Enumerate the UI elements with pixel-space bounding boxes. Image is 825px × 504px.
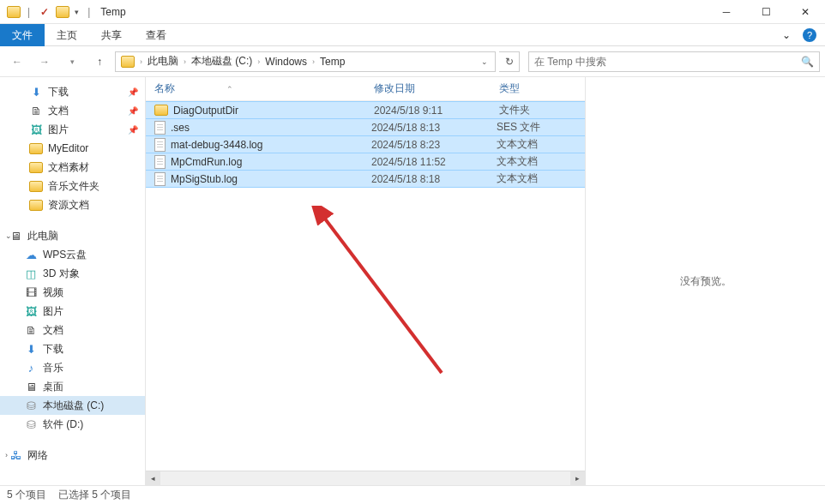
vid-icon: 🎞 — [24, 285, 38, 299]
sidebar-item[interactable]: ♪音乐 — [0, 358, 145, 377]
sidebar-item-label: 桌面 — [43, 380, 63, 394]
qat-folder-icon[interactable] — [56, 6, 69, 18]
doc-icon: 🗎 — [29, 104, 43, 117]
ribbon-collapse-icon[interactable]: ⌄ — [775, 29, 798, 41]
file-type: 文件夹 — [499, 103, 585, 117]
nav-thispc-header[interactable]: ⌄ 🖥 此电脑 — [0, 226, 145, 245]
maximize-button[interactable]: ☐ — [746, 0, 786, 24]
back-button[interactable]: ← — [5, 50, 29, 74]
sidebar-item[interactable]: ⛁软件 (D:) — [0, 415, 145, 434]
pin-icon: 📌 — [128, 125, 138, 135]
file-list[interactable]: DiagOutputDir2024/5/18 9:11文件夹.ses2024/5… — [146, 101, 585, 471]
sidebar-item[interactable]: ◫3D 对象 — [0, 264, 145, 283]
expand-icon[interactable]: ⌄ — [5, 231, 12, 240]
help-icon[interactable]: ? — [803, 28, 816, 42]
sidebar-item[interactable]: 🎞视频 — [0, 283, 145, 302]
address-dropdown-icon[interactable]: ⌄ — [476, 57, 493, 66]
sidebar-item-label: 文档 — [43, 323, 63, 338]
pin-icon: 📌 — [128, 87, 138, 97]
sidebar-item-label: 音乐 — [43, 361, 63, 375]
sidebar-item-label: 图片 — [48, 123, 69, 137]
dl-icon: ⬇ — [24, 342, 38, 356]
sidebar-item[interactable]: 🗎文档 — [0, 321, 145, 339]
file-icon — [154, 121, 166, 135]
close-button[interactable]: ✕ — [786, 0, 825, 24]
sidebar-item[interactable]: 🗎文档📌 — [0, 101, 145, 120]
file-row[interactable]: .ses2024/5/18 8:13SES 文件 — [146, 118, 585, 136]
nav-network-header[interactable]: › 🖧 网络 — [0, 446, 145, 465]
pc-icon: 🖥 — [24, 380, 38, 393]
scroll-right-icon[interactable]: ▸ — [570, 471, 585, 486]
status-bar: 5 个项目 已选择 5 个项目 — [0, 485, 825, 504]
file-date: 2024/5/18 8:13 — [371, 122, 497, 134]
up-button[interactable]: ↑ — [87, 50, 111, 74]
tab-file[interactable]: 文件 — [0, 24, 45, 46]
chevron-right-icon[interactable]: › — [310, 57, 316, 66]
sidebar-item[interactable]: 文档素材 — [0, 158, 145, 177]
sidebar-item-label: 3D 对象 — [43, 267, 80, 281]
expand-icon[interactable]: › — [5, 451, 8, 459]
chevron-right-icon[interactable]: › — [256, 57, 262, 66]
file-type: SES 文件 — [497, 120, 582, 135]
sidebar-item[interactable]: ⬇下载📌 — [0, 82, 145, 101]
file-row[interactable]: mat-debug-3448.log2024/5/18 8:23文本文档 — [146, 135, 585, 153]
nav-label: 网络 — [27, 448, 48, 463]
file-pane: 名称 ⌃ 修改日期 类型 DiagOutputDir2024/5/18 9:11… — [146, 77, 585, 485]
column-date[interactable]: 修改日期 — [374, 81, 499, 96]
cloud-icon: ☁ — [24, 248, 38, 261]
sidebar-item[interactable]: 🖥桌面 — [0, 377, 145, 396]
pic-icon: 🖼 — [24, 304, 38, 318]
search-icon[interactable]: 🔍 — [801, 56, 814, 68]
crumb-drive-c[interactable]: 本地磁盘 (C:) — [188, 52, 256, 71]
column-name[interactable]: 名称 ⌃ — [154, 81, 374, 96]
sidebar-item[interactable]: 资源文档 — [0, 195, 145, 214]
sidebar-item-label: 软件 (D:) — [43, 417, 83, 432]
fold-icon — [29, 143, 43, 154]
file-row[interactable]: DiagOutputDir2024/5/18 9:11文件夹 — [146, 101, 585, 119]
qat-check-icon[interactable]: ✓ — [40, 6, 49, 18]
sidebar-item[interactable]: 🖼图片📌 — [0, 120, 145, 139]
column-headers: 名称 ⌃ 修改日期 类型 — [146, 77, 585, 101]
pin-icon: 📌 — [128, 106, 138, 116]
file-row[interactable]: MpSigStub.log2024/5/18 8:18文本文档 — [146, 170, 585, 188]
column-type[interactable]: 类型 — [499, 81, 585, 96]
window-title: Temp — [93, 6, 125, 18]
file-date: 2024/5/18 8:23 — [371, 139, 497, 151]
tab-share[interactable]: 共享 — [89, 24, 134, 46]
title-bar: | ✓ ▾ | Temp ─ ☐ ✕ — [0, 0, 825, 24]
horizontal-scrollbar[interactable]: ◂ ▸ — [146, 471, 585, 485]
doc-icon: 🗎 — [24, 323, 38, 337]
file-type: 文本文档 — [497, 137, 582, 152]
sidebar-item[interactable]: 音乐文件夹 — [0, 177, 145, 195]
chevron-right-icon[interactable]: › — [182, 57, 188, 66]
scroll-left-icon[interactable]: ◂ — [146, 471, 160, 486]
refresh-button[interactable]: ↻ — [499, 51, 520, 72]
crumb-thispc[interactable]: 此电脑 — [144, 52, 182, 71]
qat-dropdown-icon[interactable]: ▾ — [73, 8, 81, 16]
breadcrumb[interactable]: › 此电脑 › 本地磁盘 (C:) › Windows › Temp ⌄ — [115, 51, 496, 72]
sidebar-item[interactable]: ☁WPS云盘 — [0, 245, 145, 264]
sidebar-item-label: 本地磁盘 (C:) — [43, 399, 104, 413]
sidebar-item-label: MyEditor — [48, 142, 88, 154]
recent-dropdown-icon[interactable]: ▾ — [60, 50, 84, 74]
tab-home[interactable]: 主页 — [45, 24, 89, 46]
sidebar-item[interactable]: ⛁本地磁盘 (C:) — [0, 396, 145, 415]
tab-view[interactable]: 查看 — [134, 24, 178, 46]
sidebar-item-label: 视频 — [43, 285, 63, 300]
crumb-windows[interactable]: Windows — [262, 52, 310, 71]
sidebar-item[interactable]: MyEditor — [0, 139, 145, 158]
file-row[interactable]: MpCmdRun.log2024/5/18 11:52文本文档 — [146, 153, 585, 171]
file-date: 2024/5/18 11:52 — [371, 156, 497, 168]
forward-button[interactable]: → — [33, 50, 57, 74]
app-folder-icon — [7, 6, 21, 18]
sidebar-item[interactable]: ⬇下载 — [0, 339, 145, 358]
sidebar-item-label: 下载 — [48, 85, 69, 99]
search-input[interactable] — [534, 56, 801, 68]
file-name: DiagOutputDir — [173, 105, 374, 117]
chevron-right-icon[interactable]: › — [138, 57, 144, 66]
minimize-button[interactable]: ─ — [707, 0, 746, 24]
sidebar-item[interactable]: 🖼图片 — [0, 302, 145, 321]
search-box[interactable]: 🔍 — [528, 51, 820, 72]
navigation-pane[interactable]: ⬇下载📌🗎文档📌🖼图片📌MyEditor文档素材音乐文件夹资源文档 ⌄ 🖥 此电… — [0, 77, 146, 485]
crumb-temp[interactable]: Temp — [316, 52, 348, 71]
